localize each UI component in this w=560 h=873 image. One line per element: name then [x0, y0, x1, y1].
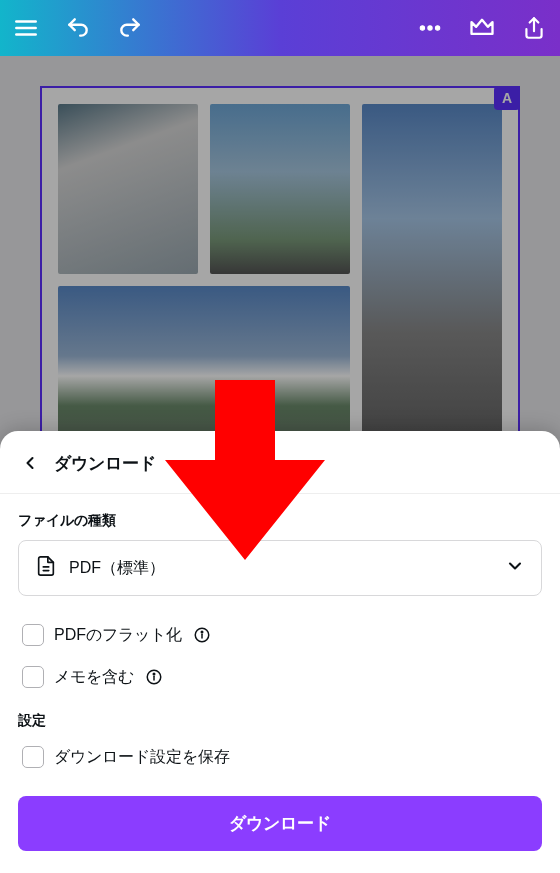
file-pdf-icon [35, 555, 57, 581]
undo-icon[interactable] [64, 14, 92, 42]
back-button[interactable] [18, 451, 42, 475]
info-icon[interactable] [144, 667, 164, 687]
crown-icon[interactable] [468, 14, 496, 42]
sheet-title: ダウンロード [54, 452, 156, 475]
include-notes-label: メモを含む [54, 667, 134, 688]
svg-point-14 [153, 673, 155, 675]
download-sheet: ダウンロード ファイルの種類 PDF（標準） PDFのフラット化 メモを含む 設… [0, 431, 560, 873]
file-type-value: PDF（標準） [69, 558, 165, 579]
more-icon[interactable] [416, 14, 444, 42]
include-notes-option[interactable]: メモを含む [18, 656, 542, 698]
settings-label: 設定 [18, 712, 542, 730]
svg-point-5 [435, 26, 439, 30]
info-icon[interactable] [192, 625, 212, 645]
file-type-select[interactable]: PDF（標準） [18, 540, 542, 596]
redo-icon[interactable] [116, 14, 144, 42]
checkbox[interactable] [22, 746, 44, 768]
save-settings-label: ダウンロード設定を保存 [54, 747, 230, 768]
download-button[interactable]: ダウンロード [18, 796, 542, 851]
chevron-down-icon [505, 556, 525, 580]
checkbox[interactable] [22, 624, 44, 646]
svg-point-4 [428, 26, 432, 30]
menu-icon[interactable] [12, 14, 40, 42]
file-type-label: ファイルの種類 [18, 512, 542, 530]
svg-point-3 [420, 26, 424, 30]
flatten-pdf-option[interactable]: PDFのフラット化 [18, 614, 542, 656]
checkbox[interactable] [22, 666, 44, 688]
save-settings-option[interactable]: ダウンロード設定を保存 [18, 736, 542, 778]
flatten-label: PDFのフラット化 [54, 625, 182, 646]
svg-point-11 [201, 631, 203, 633]
share-icon[interactable] [520, 14, 548, 42]
top-toolbar [0, 0, 560, 56]
